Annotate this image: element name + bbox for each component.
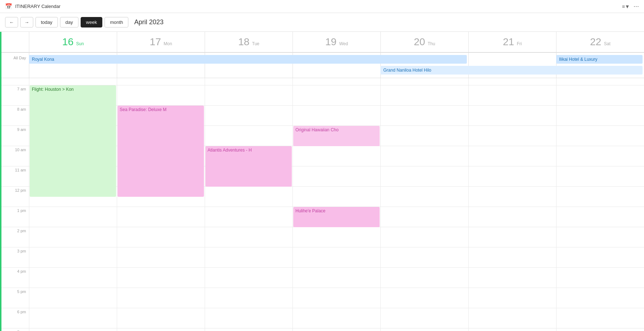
time-row: 2 pm: [0, 227, 644, 247]
week-button[interactable]: week: [81, 17, 102, 27]
app-title: ITINERARY Calendar: [15, 4, 60, 9]
time-label: 8 am: [0, 106, 29, 126]
day-name: Sat: [603, 41, 610, 46]
time-col-4: [380, 146, 468, 166]
day-number: 22: [590, 36, 601, 47]
day-number: 21: [503, 36, 514, 47]
more-options-icon[interactable]: ···: [634, 3, 639, 10]
time-col-3: [293, 106, 380, 126]
time-col-5: [468, 187, 556, 207]
day-header-wed: 19 Wed: [293, 32, 380, 52]
time-col-1: [117, 85, 205, 105]
allday-grid: Royal KonaIlikai Hotel & LuxuryGrand Nan…: [29, 53, 644, 78]
time-col-1: [117, 207, 205, 227]
time-col-1: [117, 268, 205, 288]
allday-event[interactable]: Royal Kona: [29, 55, 467, 64]
time-col-6: [556, 227, 644, 247]
time-label: 5 pm: [0, 288, 29, 308]
time-col-5: [468, 106, 556, 126]
time-row: 6 pm: [0, 308, 644, 328]
day-number: 19: [325, 36, 337, 47]
time-col-1: [117, 308, 205, 328]
time-label: 10 am: [0, 146, 29, 166]
event-block[interactable]: Original Hawaiian Cho: [293, 126, 380, 146]
time-row: 6 am: [0, 78, 644, 85]
time-grid-scroll[interactable]: 1 am2 am3 am4 am5 am6 am7 am8 am9 am10 a…: [0, 78, 644, 331]
time-col-5: [468, 85, 556, 105]
time-row: 3 pm: [0, 247, 644, 268]
time-col-1: [117, 288, 205, 308]
time-col-4: [380, 106, 468, 126]
time-row: 5 pm: [0, 288, 644, 308]
event-block[interactable]: Flight: Houston > Kon: [30, 85, 116, 197]
time-col-6: [556, 268, 644, 288]
time-col-5: [468, 207, 556, 227]
time-col-2: [205, 126, 293, 146]
time-col-3: [293, 146, 380, 166]
day-number: 20: [414, 36, 425, 47]
time-col-4: [380, 187, 468, 207]
time-cols: [29, 328, 644, 331]
time-col-3: [293, 166, 380, 186]
time-label: 11 am: [0, 166, 29, 186]
time-col-4: [380, 227, 468, 247]
time-label: 1 pm: [0, 207, 29, 227]
time-col-2: [205, 308, 293, 328]
time-col-5: [468, 166, 556, 186]
prev-button[interactable]: ←: [5, 17, 18, 27]
time-cols: [29, 85, 644, 105]
time-col-4: [380, 166, 468, 186]
time-col-0: [29, 78, 117, 85]
time-col-2: [205, 106, 293, 126]
day-name: Thu: [427, 41, 435, 46]
toolbar: ← → today day week month April 2023: [0, 13, 644, 32]
event-block[interactable]: Hulihe'e Palace: [293, 207, 380, 227]
time-col-5: [468, 328, 556, 331]
time-cols: [29, 288, 644, 308]
time-col-0: [29, 268, 117, 288]
event-block[interactable]: Atlantis Adventures - H: [205, 146, 292, 187]
time-col-1: [117, 78, 205, 85]
time-col-5: [468, 227, 556, 247]
day-header-tue: 18 Tue: [205, 32, 293, 52]
time-col-6: [556, 126, 644, 146]
time-col-6: [556, 78, 644, 85]
time-col-3: [293, 85, 380, 105]
day-headers: 16 Sun17 Mon18 Tue19 Wed20 Thu21 Fri22 S…: [0, 32, 644, 53]
time-col-6: [556, 106, 644, 126]
allday-event[interactable]: Grand Naniloa Hotel Hilo: [380, 66, 643, 75]
allday-event[interactable]: Ilikai Hotel & Luxury: [556, 55, 643, 64]
time-label: 4 pm: [0, 268, 29, 288]
today-button[interactable]: today: [35, 17, 58, 27]
next-button[interactable]: →: [20, 17, 33, 27]
filter-icon[interactable]: ≡▼: [622, 4, 630, 9]
day-button[interactable]: day: [60, 17, 78, 27]
time-col-6: [556, 247, 644, 267]
time-cols: [29, 78, 644, 85]
today-accent-bar: [0, 32, 1, 331]
day-name: Mon: [162, 41, 172, 46]
time-col-0: [29, 328, 117, 331]
time-col-5: [468, 126, 556, 146]
time-col-5: [468, 268, 556, 288]
calendar-title: April 2023: [134, 18, 163, 26]
time-col-0: [29, 247, 117, 267]
time-col-2: [205, 227, 293, 247]
time-label: 7 am: [0, 85, 29, 105]
time-col-2: [205, 247, 293, 267]
time-col-3: [293, 247, 380, 267]
time-col-2: [205, 268, 293, 288]
calendar-app-icon: 📅: [5, 3, 12, 10]
time-col-4: [380, 78, 468, 85]
calendar-wrapper: 16 Sun17 Mon18 Tue19 Wed20 Thu21 Fri22 S…: [0, 32, 644, 331]
time-label: 7 pm: [0, 328, 29, 331]
time-col-2: [205, 85, 293, 105]
time-cols: [29, 308, 644, 328]
day-header-sun: 16 Sun: [29, 32, 117, 52]
time-col-0: [29, 308, 117, 328]
month-button[interactable]: month: [105, 17, 128, 27]
event-block[interactable]: Sea Paradise: Deluxe M: [118, 106, 204, 197]
time-label: 6 pm: [0, 308, 29, 328]
time-cols: [29, 247, 644, 267]
time-col-6: [556, 187, 644, 207]
